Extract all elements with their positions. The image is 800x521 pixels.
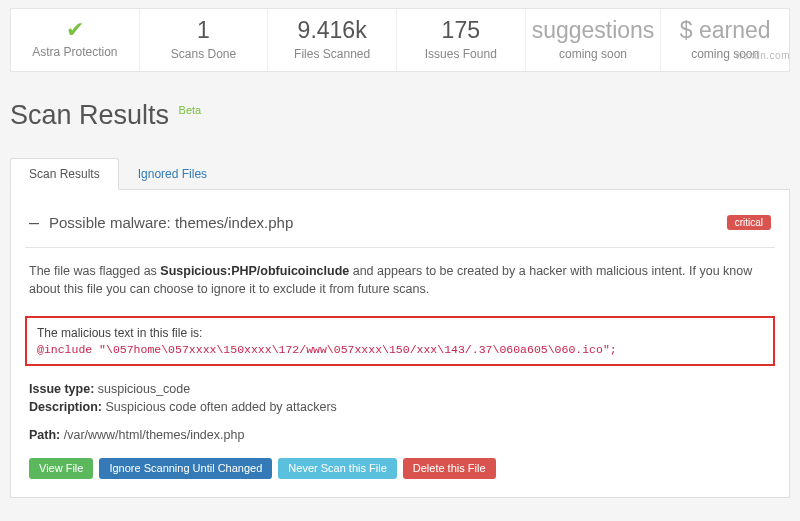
beta-badge: Beta — [179, 104, 202, 116]
tab-ignored-files[interactable]: Ignored Files — [119, 158, 226, 190]
description-label: Description: — [29, 400, 102, 414]
stat-value: 9.416k — [274, 17, 390, 45]
tabs: Scan Results Ignored Files — [10, 157, 790, 190]
stat-label: Astra Protection — [17, 45, 133, 59]
watermark: wsxdn.com — [735, 50, 790, 61]
stat-label: coming soon — [532, 47, 655, 61]
stats-row: ✔ Astra Protection 1 Scans Done 9.416k F… — [10, 8, 790, 72]
action-row: View File Ignore Scanning Until Changed … — [25, 450, 775, 483]
stat-earned: $ earned coming soon — [661, 9, 789, 71]
path-label: Path: — [29, 428, 60, 442]
stat-label: Files Scanned — [274, 47, 390, 61]
results-panel: – Possible malware: themes/index.php cri… — [10, 190, 790, 499]
ignore-until-changed-button[interactable]: Ignore Scanning Until Changed — [99, 458, 272, 479]
desc-signature: Suspicious:PHP/obfuicoinclude — [160, 264, 349, 278]
never-scan-button[interactable]: Never Scan this File — [278, 458, 396, 479]
stat-issues-found: 175 Issues Found — [397, 9, 526, 71]
view-file-button[interactable]: View File — [29, 458, 93, 479]
stat-label: Issues Found — [403, 47, 519, 61]
path-value: /var/www/html/themes/index.php — [60, 428, 244, 442]
stat-value: $ earned — [667, 17, 783, 45]
check-icon: ✔ — [17, 17, 133, 43]
malicious-label: The malicious text in this file is: — [37, 326, 763, 340]
delete-file-button[interactable]: Delete this File — [403, 458, 496, 479]
stat-files-scanned: 9.416k Files Scanned — [268, 9, 397, 71]
issue-title: Possible malware: themes/index.php — [49, 214, 727, 231]
issue-header[interactable]: – Possible malware: themes/index.php cri… — [25, 204, 775, 248]
stat-suggestions: suggestions coming soon — [526, 9, 662, 71]
description-value: Suspicious code often added by attackers — [102, 400, 337, 414]
page-title-text: Scan Results — [10, 100, 169, 130]
malicious-code: @include "\057home\057xxxx\150xxxx\172/w… — [37, 343, 763, 356]
issue-description: The file was flagged as Suspicious:PHP/o… — [25, 248, 775, 308]
stat-value: 1 — [146, 17, 262, 45]
issue-meta: Issue type: suspicious_code Description:… — [25, 374, 775, 450]
stat-label: Scans Done — [146, 47, 262, 61]
malicious-text-box: The malicious text in this file is: @inc… — [25, 316, 775, 366]
stat-value: 175 — [403, 17, 519, 45]
issue-type-label: Issue type: — [29, 382, 94, 396]
stat-protection: ✔ Astra Protection — [11, 9, 140, 71]
stat-scans-done: 1 Scans Done — [140, 9, 269, 71]
tab-scan-results[interactable]: Scan Results — [10, 158, 119, 190]
issue-type-value: suspicious_code — [94, 382, 190, 396]
stat-value: suggestions — [532, 17, 655, 45]
desc-pre: The file was flagged as — [29, 264, 160, 278]
page-title: Scan Results Beta — [10, 100, 790, 131]
collapse-icon[interactable]: – — [29, 212, 39, 233]
severity-badge: critical — [727, 215, 771, 230]
